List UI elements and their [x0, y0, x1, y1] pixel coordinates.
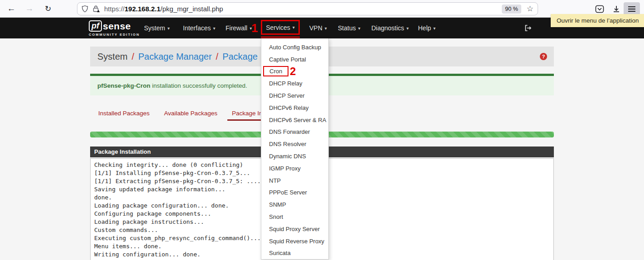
- logo-sense-text: sense: [103, 21, 131, 32]
- annotation-step-2: 2: [290, 66, 296, 77]
- menu-item-dns-resolver[interactable]: DNS Resolver: [261, 138, 328, 150]
- url-scheme: https://: [104, 5, 125, 13]
- menu-item-dhcp-server[interactable]: DHCP Server: [261, 90, 328, 102]
- back-icon[interactable]: ←: [4, 0, 19, 17]
- help-icon[interactable]: ?: [540, 53, 547, 60]
- menu-item-ntp[interactable]: NTP: [261, 175, 328, 187]
- menu-item-snmp[interactable]: SNMP: [261, 199, 328, 211]
- nav-label: Firewall: [226, 24, 247, 32]
- bookmark-star-icon[interactable]: ☆: [527, 5, 533, 13]
- nav-label: Services: [266, 24, 290, 31]
- nav-item-system[interactable]: System ▾: [144, 18, 170, 38]
- nav-item-status[interactable]: Status ▾: [338, 18, 360, 38]
- chevron-down-icon: ▾: [433, 26, 436, 31]
- menu-item-squid-proxy-server[interactable]: Squid Proxy Server: [261, 223, 328, 235]
- reload-icon[interactable]: ↻: [40, 0, 56, 17]
- breadcrumb-separator: /: [132, 52, 135, 62]
- breadcrumb-package-manager-link[interactable]: Package Manager: [138, 52, 211, 62]
- zoom-level-badge[interactable]: 90 %: [502, 5, 521, 14]
- logout-icon[interactable]: [524, 24, 532, 33]
- chevron-down-icon: ▾: [358, 26, 360, 31]
- menu-item-auto-config-backup[interactable]: Auto Config Backup: [261, 41, 328, 53]
- alert-package-name: pfSense-pkg-Cron: [97, 82, 150, 89]
- menu-item-captive-portal[interactable]: Captive Portal: [261, 53, 328, 66]
- nav-label: Diagnostics: [371, 24, 404, 32]
- logo-tagline: COMMUNITY EDITION: [89, 33, 140, 37]
- alert-message: installation successfully completed.: [150, 82, 247, 89]
- services-active-underline: [261, 36, 300, 38]
- tab-available-packages[interactable]: Available Packages: [159, 107, 222, 121]
- nav-label: Status: [338, 24, 356, 32]
- chevron-down-icon: ▾: [325, 26, 327, 31]
- menu-label: Cron: [269, 68, 282, 75]
- pfsense-logo[interactable]: pf sense COMMUNITY EDITION: [89, 20, 140, 37]
- nav-item-diagnostics[interactable]: Diagnostics ▾: [371, 18, 409, 38]
- hamburger-menu-icon[interactable]: [624, 2, 640, 15]
- chevron-down-icon: ▾: [293, 25, 295, 30]
- url-path: /pkg_mgr_install.php: [160, 5, 223, 13]
- browser-toolbar: ← → ↻ https://192.168.2.1/pkg_mgr_instal…: [0, 0, 644, 18]
- menu-item-dhcpv6-relay[interactable]: DHCPv6 Relay: [261, 102, 328, 114]
- nav-item-interfaces[interactable]: Interfaces ▾: [183, 18, 216, 38]
- nav-label: System: [144, 24, 165, 32]
- nav-label: VPN: [309, 24, 322, 32]
- chevron-down-icon: ▾: [406, 26, 409, 31]
- menu-item-igmp-proxy[interactable]: IGMP Proxy: [261, 162, 328, 175]
- breadcrumb-system: System: [97, 52, 128, 62]
- chevron-down-icon: ▾: [168, 26, 170, 31]
- logo-pf-mark: pf: [89, 20, 102, 32]
- chevron-down-icon: ▾: [213, 26, 215, 31]
- menu-item-snort[interactable]: Snort: [261, 211, 328, 223]
- services-dropdown-menu: Auto Config Backup Captive Portal Cron 2…: [261, 38, 329, 260]
- lock-warning-icon[interactable]: [92, 5, 100, 13]
- tab-installed-packages[interactable]: Installed Packages: [94, 107, 154, 121]
- address-bar[interactable]: https://192.168.2.1/pkg_mgr_install.php …: [77, 2, 538, 15]
- shield-icon[interactable]: [82, 5, 88, 13]
- menu-item-dynamic-dns[interactable]: Dynamic DNS: [261, 150, 328, 162]
- download-icon[interactable]: [610, 3, 622, 15]
- breadcrumb-separator: /: [216, 52, 219, 62]
- menu-item-suricata[interactable]: Suricata: [261, 247, 328, 260]
- nav-item-help[interactable]: Help ▾: [418, 18, 436, 38]
- annotation-step-1: 1: [251, 22, 258, 34]
- menu-item-pppoe-server[interactable]: PPPoE Server: [261, 187, 328, 199]
- menu-item-dhcpv6-server-ra[interactable]: DHCPv6 Server & RA: [261, 114, 328, 126]
- nav-item-vpn[interactable]: VPN ▾: [309, 18, 327, 38]
- forward-icon[interactable]: →: [22, 0, 37, 17]
- annotation-box-cron: Cron: [263, 66, 288, 76]
- menu-item-cron[interactable]: Cron 2: [261, 66, 328, 78]
- menu-item-squid-reverse-proxy[interactable]: Squid Reverse Proxy: [261, 235, 328, 247]
- url-domain: 192.168.2.1: [125, 5, 160, 13]
- nav-item-services[interactable]: Services ▾: [261, 20, 300, 35]
- pocket-icon[interactable]: [594, 3, 606, 15]
- url-text: https://192.168.2.1/pkg_mgr_install.php: [104, 5, 223, 13]
- nav-item-firewall[interactable]: Firewall ▾: [226, 18, 252, 38]
- app-menu-tooltip: Ouvrir le menu de l’application: [551, 14, 644, 27]
- nav-label: Interfaces: [183, 24, 211, 32]
- nav-label: Help: [418, 24, 431, 32]
- menu-item-dhcp-relay[interactable]: DHCP Relay: [261, 77, 328, 90]
- pfsense-navbar: pf sense COMMUNITY EDITION System ▾ Inte…: [0, 18, 644, 38]
- menu-item-dns-forwarder[interactable]: DNS Forwarder: [261, 126, 328, 138]
